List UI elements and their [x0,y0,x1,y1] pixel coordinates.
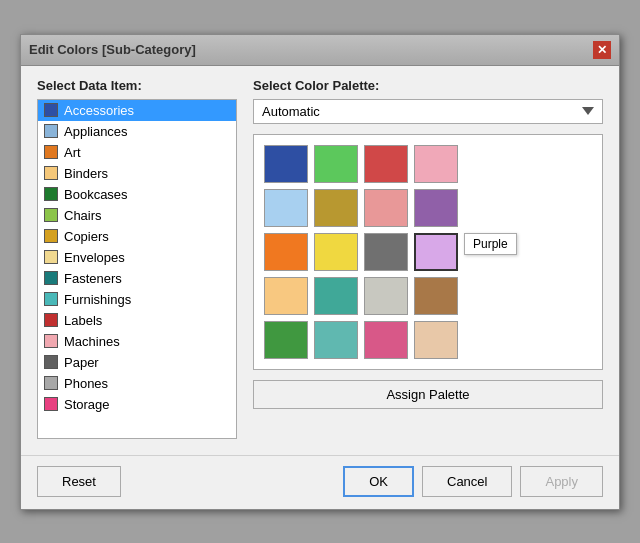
palette-cell[interactable] [464,233,508,271]
palette-cell[interactable] [364,145,408,183]
assign-palette-button[interactable]: Assign Palette [253,380,603,409]
list-item[interactable]: Furnishings [38,289,236,310]
palette-cell[interactable] [464,321,508,359]
item-label: Machines [64,334,120,349]
list-item[interactable]: Chairs [38,205,236,226]
list-item[interactable]: Binders [38,163,236,184]
palette-dropdown[interactable]: Automatic [253,99,603,124]
palette-cell[interactable] [314,233,358,271]
item-color-swatch [44,229,58,243]
item-color-swatch [44,334,58,348]
item-label: Art [64,145,81,160]
list-item[interactable]: Appliances [38,121,236,142]
item-color-swatch [44,250,58,264]
palette-cell[interactable] [314,145,358,183]
right-panel: Select Color Palette: Automatic Purple A… [253,78,603,439]
item-label: Envelopes [64,250,125,265]
item-label: Labels [64,313,102,328]
item-color-swatch [44,355,58,369]
ok-button[interactable]: OK [343,466,414,497]
item-label: Binders [64,166,108,181]
palette-cell[interactable] [264,233,308,271]
palette-cell[interactable] [364,321,408,359]
list-item[interactable]: Storage [38,394,236,415]
list-item[interactable]: Fasteners [38,268,236,289]
dialog: Edit Colors [Sub-Category] ✕ Select Data… [20,34,620,510]
item-label: Appliances [64,124,128,139]
item-label: Phones [64,376,108,391]
list-item[interactable]: Accessories [38,100,236,121]
palette-cell[interactable] [314,277,358,315]
palette-cell[interactable] [464,189,508,227]
item-color-swatch [44,103,58,117]
panels: Select Data Item: AccessoriesAppliancesA… [37,78,603,439]
palette-cell[interactable] [264,321,308,359]
palette-cell[interactable] [414,321,458,359]
list-items[interactable]: AccessoriesAppliancesArtBindersBookcases… [38,100,236,438]
palette-cell[interactable] [414,189,458,227]
list-container: AccessoriesAppliancesArtBindersBookcases… [37,99,237,439]
item-color-swatch [44,271,58,285]
item-color-swatch [44,124,58,138]
right-panel-label: Select Color Palette: [253,78,603,93]
dialog-title: Edit Colors [Sub-Category] [29,42,196,57]
cancel-button[interactable]: Cancel [422,466,512,497]
item-color-swatch [44,292,58,306]
list-item[interactable]: Paper [38,352,236,373]
item-color-swatch [44,376,58,390]
palette-cell[interactable] [414,277,458,315]
palette-cell[interactable] [414,145,458,183]
item-color-swatch [44,166,58,180]
palette-cell[interactable] [264,189,308,227]
palette-cell[interactable] [264,277,308,315]
list-item[interactable]: Machines [38,331,236,352]
palette-cell[interactable] [464,145,508,183]
list-item[interactable]: Bookcases [38,184,236,205]
item-label: Storage [64,397,110,412]
left-panel: Select Data Item: AccessoriesAppliancesA… [37,78,237,439]
palette-grid: Purple [253,134,603,370]
list-item[interactable]: Envelopes [38,247,236,268]
palette-cell[interactable] [314,189,358,227]
reset-button[interactable]: Reset [37,466,121,497]
item-label: Accessories [64,103,134,118]
dropdown-container: Automatic [253,99,603,124]
dialog-body: Select Data Item: AccessoriesAppliancesA… [21,66,619,451]
item-label: Fasteners [64,271,122,286]
item-label: Copiers [64,229,109,244]
apply-button[interactable]: Apply [520,466,603,497]
dialog-footer: Reset OK Cancel Apply [21,455,619,509]
item-label: Chairs [64,208,102,223]
list-item[interactable]: Copiers [38,226,236,247]
item-label: Paper [64,355,99,370]
item-label: Furnishings [64,292,131,307]
close-button[interactable]: ✕ [593,41,611,59]
palette-cell[interactable] [364,277,408,315]
item-color-swatch [44,187,58,201]
palette-cell[interactable] [314,321,358,359]
item-color-swatch [44,145,58,159]
left-panel-label: Select Data Item: [37,78,237,93]
item-label: Bookcases [64,187,128,202]
item-color-swatch [44,313,58,327]
palette-cell[interactable]: Purple [414,233,458,271]
palette-cell[interactable] [364,233,408,271]
title-bar: Edit Colors [Sub-Category] ✕ [21,35,619,66]
list-item[interactable]: Labels [38,310,236,331]
item-color-swatch [44,208,58,222]
palette-cell[interactable] [264,145,308,183]
palette-cell[interactable] [364,189,408,227]
palette-cell[interactable] [464,277,508,315]
list-item[interactable]: Art [38,142,236,163]
list-item[interactable]: Phones [38,373,236,394]
item-color-swatch [44,397,58,411]
